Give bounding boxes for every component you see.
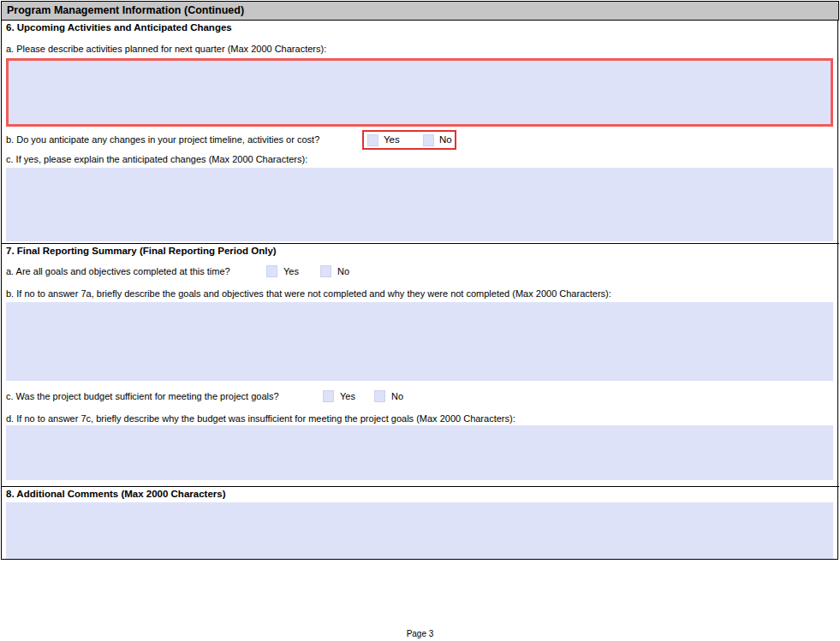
form-page: Program Management Information (Continue… xyxy=(0,0,840,641)
q6b-required-highlight-box: Yes No xyxy=(362,130,456,150)
section-divider xyxy=(1,486,839,487)
q6c-textarea[interactable] xyxy=(6,168,833,241)
q6a-textarea[interactable] xyxy=(6,58,833,127)
q7c-label: c. Was the project budget sufficient for… xyxy=(6,391,279,401)
q7d-textarea[interactable] xyxy=(6,425,833,480)
q6b-yes-checkbox[interactable] xyxy=(367,134,378,146)
q7b-label: b. If no to answer 7a, briefly describe … xyxy=(6,288,611,299)
q7c-yes-label: Yes xyxy=(340,391,355,401)
section8-heading: 8. Additional Comments (Max 2000 Charact… xyxy=(6,489,225,499)
q6a-label: a. Please describe activities planned fo… xyxy=(6,44,326,54)
q7d-label: d. If no to answer 7c, briefly describe … xyxy=(6,413,515,424)
q6b-label: b. Do you anticipate any changes in your… xyxy=(6,134,319,145)
section6-heading: 6. Upcoming Activities and Anticipated C… xyxy=(6,22,232,33)
q6c-label: c. If yes, please explain the anticipate… xyxy=(6,154,307,164)
section-divider xyxy=(1,243,839,244)
q7c-no-checkbox[interactable] xyxy=(374,390,385,402)
q7a-no-label: No xyxy=(337,266,349,276)
q7a-label: a. Are all goals and objectives complete… xyxy=(6,266,230,276)
q7c-no-label: No xyxy=(391,391,403,401)
q6b-no-checkbox[interactable] xyxy=(423,134,434,146)
q7a-yes-checkbox[interactable] xyxy=(266,265,277,277)
form-section-header: Program Management Information (Continue… xyxy=(1,1,839,21)
q7c-yes-checkbox[interactable] xyxy=(323,390,334,402)
page-number: Page 3 xyxy=(0,629,840,638)
page-title: Program Management Information (Continue… xyxy=(7,4,244,16)
section7-heading: 7. Final Reporting Summary (Final Report… xyxy=(6,246,277,256)
q6b-yes-label: Yes xyxy=(384,134,400,145)
q7b-textarea[interactable] xyxy=(6,302,833,381)
q7a-yes-label: Yes xyxy=(283,266,299,276)
q8-textarea[interactable] xyxy=(6,502,833,559)
q6b-no-label: No xyxy=(439,134,452,145)
q7a-no-checkbox[interactable] xyxy=(320,265,331,277)
